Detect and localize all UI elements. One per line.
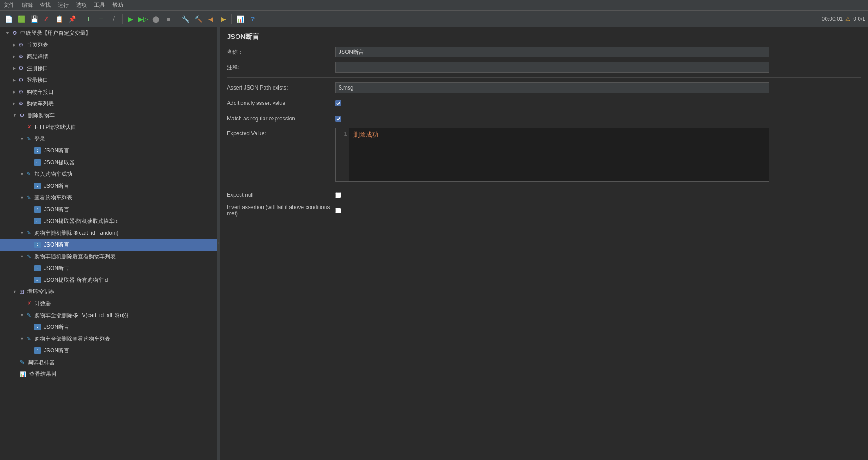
match-regex-checkbox[interactable] (335, 116, 341, 122)
tree-item-22[interactable]: ▼⊞循环控制器 (0, 286, 217, 298)
paste-button[interactable]: 📌 (66, 13, 78, 25)
pen-icon: ✎ (27, 194, 31, 201)
menu-options[interactable]: 选项 (76, 1, 87, 9)
tree-item-21[interactable]: EJSON提取器-所有购物车id (0, 274, 217, 286)
tree-item-25[interactable]: JJSON断言 (0, 321, 217, 333)
tree-item-label: JSON断言 (44, 265, 69, 272)
add-button[interactable]: + (83, 13, 94, 25)
menu-find[interactable]: 查找 (40, 1, 51, 9)
slash-button[interactable]: / (108, 13, 120, 25)
tree-item-12[interactable]: ▼✎加入购物车成功 (0, 168, 217, 180)
gear-icon: ⚙ (12, 30, 17, 36)
tree-item-label: HTTP请求默认值 (35, 123, 76, 131)
tree-item-17[interactable]: ▼✎购物车随机删除-${cart_id_random} (0, 227, 217, 239)
tree-item-14[interactable]: ▼✎查看购物车列表 (0, 192, 217, 204)
name-input[interactable] (335, 47, 769, 57)
expected-value-code[interactable]: 删除成功 (349, 128, 769, 181)
additionally-checkbox[interactable] (335, 100, 341, 106)
run-button[interactable]: ▶ (125, 13, 137, 25)
tree-item-18[interactable]: JJSON断言 (0, 239, 217, 251)
tree-item-0[interactable]: ▼⚙中级登录【用户自定义变量】 (0, 27, 217, 39)
tree-item-5[interactable]: ▶⚙购物车接口 (0, 86, 217, 98)
monitor-button[interactable]: 📊 (234, 13, 246, 25)
tree-item-2[interactable]: ▶⚙商品详情 (0, 51, 217, 62)
panel-title: JSON断言 (220, 27, 868, 46)
progress-display: 0 0/1 (853, 16, 865, 22)
info-button[interactable]: ? (247, 13, 259, 25)
pen-icon: ✎ (27, 253, 31, 260)
tree-item-28[interactable]: ✎调试取样器 (0, 356, 217, 368)
menu-file[interactable]: 文件 (4, 1, 14, 9)
json-icon: J (34, 183, 41, 189)
tree-item-11[interactable]: EJSON提取器 (0, 156, 217, 168)
save-button[interactable]: 💾 (28, 13, 40, 25)
tree-item-20[interactable]: JJSON断言 (0, 262, 217, 274)
expected-value-area[interactable]: 1 删除成功 (335, 128, 769, 182)
tree-item-4[interactable]: ▶⚙登录接口 (0, 74, 217, 86)
tree-item-26[interactable]: ▼✎购物车全部删除查看购物车列表 (0, 333, 217, 345)
json-icon: J (34, 147, 41, 154)
cross-icon: ✗ (27, 124, 32, 130)
tree-item-label: 中级登录【用户自定义变量】 (20, 29, 91, 37)
sep4 (231, 14, 232, 24)
tree-item-6[interactable]: ▶⚙购物车列表 (0, 98, 217, 109)
gear-icon: ⚙ (19, 53, 24, 60)
tree-item-16[interactable]: EJSON提取器-随机获取购物车id (0, 215, 217, 227)
comment-input[interactable] (335, 62, 769, 73)
comment-label: 注释: (227, 64, 335, 71)
tree-item-24[interactable]: ▼✎购物车全部删除-${_V(cart_id_all_${n})} (0, 309, 217, 321)
assert-path-input[interactable] (335, 82, 769, 93)
stop-all-button[interactable]: ■ (163, 13, 175, 25)
new-button[interactable]: 📄 (3, 13, 14, 25)
gear-icon: ⚙ (19, 77, 24, 83)
tree-item-label: JSON断言 (44, 347, 69, 355)
tree-item-3[interactable]: ▶⚙注册接口 (0, 62, 217, 74)
run-all-button[interactable]: ▶▷ (137, 13, 149, 25)
line-numbers: 1 (336, 128, 349, 181)
tree-item-label: 购物车随机删除后查看购物车列表 (34, 253, 116, 261)
tree-item-13[interactable]: JJSON断言 (0, 180, 217, 192)
tree-item-label: 调试取样器 (28, 359, 55, 366)
pen-icon: ✎ (20, 359, 24, 365)
left-panel[interactable]: ▼⚙中级登录【用户自定义变量】▶⚙首页列表▶⚙商品详情▶⚙注册接口▶⚙登录接口▶… (0, 27, 217, 460)
name-row: 名称： (227, 46, 861, 58)
tree-item-7[interactable]: ▼⚙删除购物车 (0, 109, 217, 121)
menu-run[interactable]: 运行 (58, 1, 69, 9)
warning-icon: ⚠ (845, 16, 850, 22)
tree-item-8[interactable]: ✗HTTP请求默认值 (0, 121, 217, 133)
open-button[interactable]: 🟩 (15, 13, 27, 25)
match-regex-checkbox-wrapper (335, 116, 341, 122)
tool2-button[interactable]: 🔨 (192, 13, 204, 25)
stop-button[interactable]: ⬤ (150, 13, 162, 25)
invert-row: Invert assertion (will fail if above con… (227, 204, 861, 217)
tree-item-label: JSON断言 (44, 182, 69, 190)
tree-item-19[interactable]: ▼✎购物车随机删除后查看购物车列表 (0, 251, 217, 262)
tool4-button[interactable]: ▶ (217, 13, 229, 25)
tree-item-label: JSON断言 (44, 241, 69, 249)
tree-item-label: 登录接口 (27, 76, 48, 84)
tree-item-9[interactable]: ▼✎登录 (0, 133, 217, 145)
name-label: 名称： (227, 48, 335, 56)
tree-item-15[interactable]: JJSON断言 (0, 204, 217, 215)
tool3-button[interactable]: ◀ (205, 13, 217, 25)
extractor-icon: E (34, 218, 41, 224)
tree-item-29[interactable]: 📊查看结果树 (0, 368, 217, 380)
menu-edit[interactable]: 编辑 (22, 1, 33, 9)
tree-item-1[interactable]: ▶⚙首页列表 (0, 39, 217, 51)
delete-button[interactable]: ✗ (41, 13, 52, 25)
match-regex-row: Match as regular expression (227, 112, 861, 125)
tree-item-27[interactable]: JJSON断言 (0, 345, 217, 356)
tool1-button[interactable]: 🔧 (179, 13, 191, 25)
invert-checkbox[interactable] (335, 208, 341, 213)
menu-help[interactable]: 帮助 (112, 1, 123, 9)
menu-tools[interactable]: 工具 (94, 1, 105, 9)
tree-item-23[interactable]: ✗计数器 (0, 298, 217, 309)
tree-item-10[interactable]: JJSON断言 (0, 145, 217, 156)
expected-value-row: Expected Value: 1 删除成功 (227, 128, 861, 182)
copy-button[interactable]: 📋 (53, 13, 65, 25)
main-layout: ▼⚙中级登录【用户自定义变量】▶⚙首页列表▶⚙商品详情▶⚙注册接口▶⚙登录接口▶… (0, 27, 868, 460)
expect-null-checkbox[interactable] (335, 192, 341, 198)
pen-icon: ✎ (27, 171, 31, 177)
minus-button[interactable]: − (95, 13, 107, 25)
tree-item-label: 注册接口 (27, 65, 48, 72)
